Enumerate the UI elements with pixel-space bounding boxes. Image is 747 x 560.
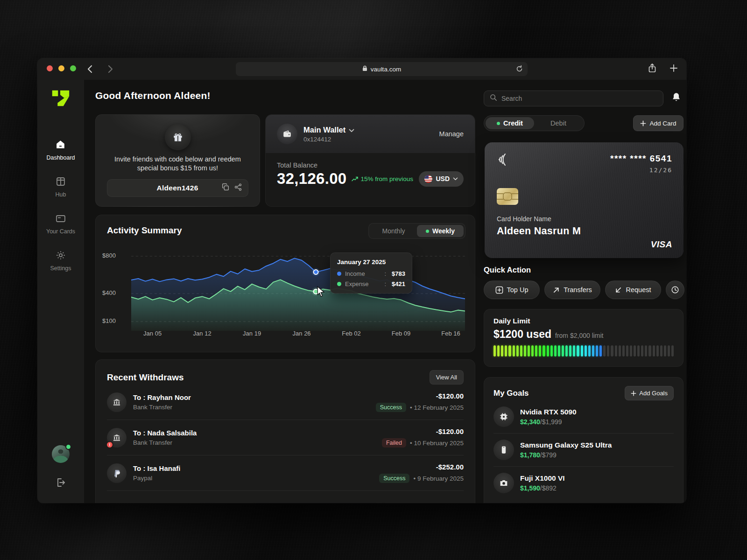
refresh-icon[interactable] [515, 65, 523, 74]
limit-segment [653, 345, 655, 357]
sidebar-item-hub[interactable]: Hub [55, 176, 66, 198]
daily-limit-progress [493, 345, 674, 357]
wallet-icon [277, 124, 297, 144]
wallet-address: 0x124412 [303, 136, 354, 143]
wallet-card: Main Wallet 0x124412 Manage Total Balanc… [265, 114, 475, 207]
desktop-background: vaulta.com [0, 0, 747, 560]
x-tick-label: Jan 12 [193, 330, 211, 337]
toggle-credit[interactable]: Credit [486, 117, 534, 129]
maximize-window-button[interactable] [70, 65, 76, 71]
sidebar-item-your-cards[interactable]: Your Cards [46, 213, 75, 235]
search-input[interactable] [501, 95, 657, 102]
share-icon[interactable] [648, 63, 656, 75]
total-balance-value: 32,126.00 [277, 170, 347, 188]
withdraw-row[interactable]: ! To : Nada Salsabila Bank Transfer -$12… [107, 420, 464, 455]
goal-saved: $1,590 [520, 484, 540, 492]
plus-square-icon [495, 286, 503, 294]
invite-code: Aldeen1426 [113, 184, 221, 192]
gear-icon [55, 250, 66, 262]
goal-item[interactable]: Nvidia RTX 5090 $2,340/$1,999 [493, 400, 674, 434]
limit-segment [543, 345, 545, 357]
daily-limit-note: from $2,000 limit [555, 332, 603, 339]
activity-chart[interactable] [131, 252, 465, 331]
home-icon [55, 139, 66, 152]
online-status-dot [65, 444, 71, 450]
minimize-window-button[interactable] [58, 65, 64, 71]
transfers-button[interactable]: Transfers [544, 280, 600, 299]
top-up-button[interactable]: Top Up [484, 280, 540, 299]
back-icon[interactable] [85, 64, 95, 74]
add-card-button[interactable]: Add Card [633, 115, 684, 131]
withdraw-recipient: To : Isa Hanafi [133, 464, 180, 472]
x-tick-label: Feb 02 [342, 330, 360, 337]
withdraw-amount: -$252.00 [379, 463, 464, 471]
goal-item[interactable]: Fuji X1000 VI $1,590/$892 [493, 467, 674, 499]
browser-chrome: vaulta.com [37, 58, 686, 80]
card-type-toggle: Credit Debit [484, 115, 585, 131]
url-bar[interactable]: vaulta.com [236, 62, 528, 76]
chevron-down-icon[interactable] [349, 126, 354, 134]
logout-icon[interactable] [55, 477, 66, 490]
toggle-weekly[interactable]: Weekly [417, 225, 464, 237]
withdraw-row[interactable]: To : Rayhan Noor Bank Transfer -$120.00 … [107, 385, 464, 420]
goal-target: /$1,999 [540, 418, 562, 426]
notification-bell-icon[interactable] [671, 92, 681, 105]
limit-segment [577, 345, 579, 357]
app-root: Dashboard Hub Your Cards [37, 80, 686, 503]
limit-segment [588, 345, 591, 357]
limit-segment [634, 345, 636, 357]
copy-icon[interactable] [221, 183, 230, 193]
bank-icon [107, 392, 127, 412]
activity-summary-card: Activity Summary Monthly Weekly $800$400… [95, 215, 475, 352]
x-tick-label: Jan 19 [243, 330, 261, 337]
limit-segment [648, 345, 651, 357]
toggle-debit[interactable]: Debit [534, 117, 583, 129]
view-all-button[interactable]: View All [430, 370, 464, 385]
search-icon [490, 94, 497, 103]
new-tab-icon[interactable] [669, 64, 678, 74]
user-avatar[interactable] [52, 445, 70, 463]
browser-window: vaulta.com [37, 58, 686, 503]
share-nodes-icon[interactable] [234, 183, 242, 193]
limit-segment [619, 345, 621, 357]
withdraw-amount: -$120.00 [376, 392, 464, 400]
plus-icon [631, 391, 636, 396]
limit-segment [596, 345, 598, 357]
search-bar [484, 91, 663, 106]
add-goals-button[interactable]: Add Goals [625, 386, 674, 400]
y-tick-label: $100 [102, 317, 127, 324]
page-title: Good Afternoon Aldeen! [95, 90, 211, 101]
currency-selector[interactable]: USD [419, 171, 464, 187]
limit-segment [592, 345, 594, 357]
bank-icon: ! [107, 428, 127, 448]
card-holder-label: Card Holder Name [497, 215, 551, 223]
sidebar-item-settings[interactable]: Settings [50, 250, 71, 272]
tooltip-income-value: $783 [392, 270, 405, 277]
limit-segment [603, 345, 606, 357]
limit-segment [508, 345, 511, 357]
limit-segment [660, 345, 662, 357]
withdraw-date: • 12 February 2025 [410, 404, 464, 411]
withdraw-method: Bank Transfer [133, 404, 191, 411]
manage-link[interactable]: Manage [439, 130, 464, 138]
us-flag-icon [424, 175, 432, 183]
y-tick-label: $800 [102, 252, 127, 259]
forward-icon[interactable] [105, 64, 115, 74]
limit-segment [599, 345, 602, 357]
close-window-button[interactable] [47, 65, 53, 71]
toggle-monthly[interactable]: Monthly [370, 225, 417, 237]
history-button[interactable] [666, 280, 684, 299]
tooltip-expense-value: $421 [392, 280, 405, 287]
goal-item[interactable]: Samsung Galaxy S25 Ultra $1,780/$799 [493, 434, 674, 467]
limit-segment [562, 345, 564, 357]
credit-card[interactable]: **** **** 6541 12/26 Card Holder Name Al… [485, 142, 684, 258]
request-button[interactable]: Request [605, 280, 661, 299]
x-tick-label: Jan 05 [143, 330, 162, 337]
invite-code-field[interactable]: Aldeen1426 [107, 179, 248, 197]
withdraw-amount: -$120.00 [382, 427, 464, 435]
status-badge: Success [379, 474, 409, 483]
sidebar-item-dashboard[interactable]: Dashboard [46, 139, 75, 161]
withdraw-row[interactable]: To : Isa Hanafi Paypal -$252.00 Success … [107, 455, 464, 491]
limit-segment [664, 345, 666, 357]
trend-up-icon [352, 176, 359, 182]
